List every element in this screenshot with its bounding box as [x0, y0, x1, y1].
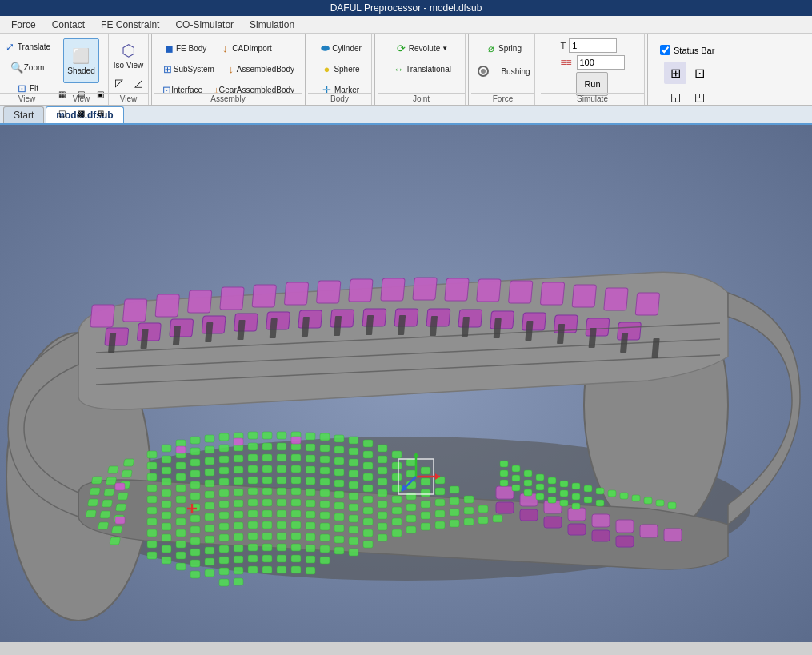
- revolute-icon: ⟳: [394, 41, 409, 55]
- svg-rect-128: [219, 545, 229, 553]
- spring-button[interactable]: ⌀ Spring: [480, 38, 526, 58]
- svg-rect-214: [320, 467, 330, 474]
- svg-rect-79: [162, 557, 171, 564]
- svg-rect-97: [190, 493, 200, 500]
- svg-rect-219: [320, 523, 330, 530]
- iso-sub-1[interactable]: ◸: [110, 74, 128, 91]
- sub-system-button[interactable]: ⊞ SubSystem: [158, 59, 218, 78]
- svg-rect-343: [500, 480, 508, 486]
- iso-sub-2[interactable]: ◿: [130, 74, 147, 91]
- menu-simulation[interactable]: Simulation: [242, 18, 302, 32]
- svg-rect-57: [111, 526, 122, 533]
- zoom-button[interactable]: 🔍 Zoom: [3, 58, 51, 77]
- status-bar-label[interactable]: Status Bar: [674, 46, 714, 55]
- svg-rect-82: [176, 462, 186, 469]
- t-value-input[interactable]: [569, 38, 617, 53]
- menu-contact[interactable]: Contact: [44, 18, 93, 32]
- svg-rect-271: [392, 529, 402, 537]
- svg-rect-202: [306, 477, 315, 485]
- view-mode-4[interactable]: ◫: [54, 104, 71, 122]
- svg-rect-240: [349, 504, 358, 511]
- view-mode-6[interactable]: ⊞: [92, 104, 110, 122]
- svg-rect-139: [234, 511, 243, 518]
- view-group-label2: View: [54, 93, 108, 103]
- svg-rect-157: [248, 555, 258, 562]
- svg-rect-236: [349, 459, 358, 466]
- svg-rect-62: [147, 485, 157, 492]
- svg-rect-143: [234, 556, 243, 563]
- fe-body-button[interactable]: ◼ FE Body: [158, 38, 210, 58]
- svg-rect-78: [162, 545, 171, 553]
- svg-rect-302: [176, 446, 186, 453]
- menu-fe-constraint[interactable]: FE Constraint: [93, 18, 167, 32]
- svg-rect-189: [291, 477, 301, 484]
- svg-rect-276: [406, 504, 416, 511]
- svg-rect-134: [234, 455, 243, 462]
- svg-rect-265: [392, 462, 402, 469]
- svg-rect-339: [560, 490, 568, 497]
- toolbar-group-simulate: T ≡≡ Run Simulate: [541, 34, 645, 105]
- svg-rect-288: [435, 510, 445, 517]
- svg-rect-260: [378, 501, 387, 508]
- svg-rect-314: [520, 509, 538, 521]
- svg-rect-233: [334, 547, 344, 554]
- svg-rect-238: [349, 481, 358, 489]
- translate-button[interactable]: ⤢ Translate: [0, 37, 54, 56]
- title-bar: DAFUL Preprocessor - model.dfsub: [0, 0, 812, 16]
- shaded-button[interactable]: ⬜ Shaded: [63, 38, 98, 83]
- menu-co-simulator[interactable]: CO-Simulator: [167, 18, 242, 32]
- svg-rect-300: [115, 483, 125, 490]
- svg-rect-204: [306, 500, 315, 507]
- tab-start[interactable]: Start: [3, 106, 44, 123]
- svg-rect-95: [190, 470, 200, 477]
- svg-rect-182: [277, 544, 286, 551]
- svg-rect-17: [445, 278, 469, 301]
- run-count-input[interactable]: [577, 55, 625, 70]
- extra-btn-1[interactable]: ⊞: [664, 62, 686, 84]
- svg-rect-200: [306, 455, 315, 462]
- svg-rect-54: [118, 493, 129, 500]
- svg-rect-166: [262, 510, 272, 517]
- svg-rect-222: [320, 557, 330, 564]
- iso-view-icon: ⬡: [119, 41, 138, 60]
- svg-rect-211: [320, 433, 330, 441]
- svg-rect-206: [306, 522, 315, 529]
- svg-rect-161: [262, 454, 272, 461]
- svg-rect-31: [330, 310, 354, 327]
- extra-btn-2[interactable]: ⊡: [688, 62, 710, 84]
- view-mode-5[interactable]: ▩: [73, 104, 90, 122]
- svg-rect-217: [320, 501, 330, 508]
- svg-rect-84: [176, 485, 186, 492]
- sphere-button[interactable]: ● Sphere: [315, 59, 363, 78]
- cylinder-button[interactable]: ⬬ Cylinder: [314, 38, 366, 58]
- extra-btn-3[interactable]: ◱: [664, 86, 686, 108]
- svg-rect-237: [349, 470, 358, 477]
- iso-view-button[interactable]: ⬡ Iso View: [110, 38, 148, 72]
- force-group-label: Force: [471, 93, 534, 103]
- svg-rect-208: [306, 545, 315, 552]
- svg-rect-92: [190, 437, 200, 444]
- cad-import-button[interactable]: ↓ CADImport: [214, 38, 275, 58]
- status-bar-checkbox[interactable]: [660, 45, 670, 55]
- assembled-body-button[interactable]: ↓ AssembledBody: [222, 59, 298, 78]
- view-group-label3: View: [109, 93, 148, 103]
- svg-rect-74: [162, 501, 171, 508]
- svg-rect-105: [205, 435, 214, 442]
- menu-force[interactable]: Force: [3, 18, 44, 32]
- revolute-button[interactable]: ⟳ Revolute ▼: [390, 38, 452, 58]
- svg-rect-15: [381, 278, 405, 301]
- svg-rect-26: [170, 319, 194, 337]
- svg-rect-9: [187, 290, 211, 313]
- bushing-button[interactable]: Bushing: [497, 64, 534, 78]
- translational-button[interactable]: ↔ Translational: [387, 59, 455, 78]
- sep-5: [538, 34, 538, 105]
- svg-rect-67: [147, 541, 157, 548]
- svg-rect-110: [205, 491, 214, 498]
- svg-rect-346: [536, 493, 544, 500]
- extra-btn-4[interactable]: ◰: [688, 86, 710, 108]
- svg-rect-154: [248, 521, 258, 529]
- svg-rect-24: [105, 328, 129, 345]
- viewport[interactable]: [0, 125, 812, 642]
- svg-rect-70: [162, 456, 171, 463]
- svg-rect-327: [596, 488, 604, 494]
